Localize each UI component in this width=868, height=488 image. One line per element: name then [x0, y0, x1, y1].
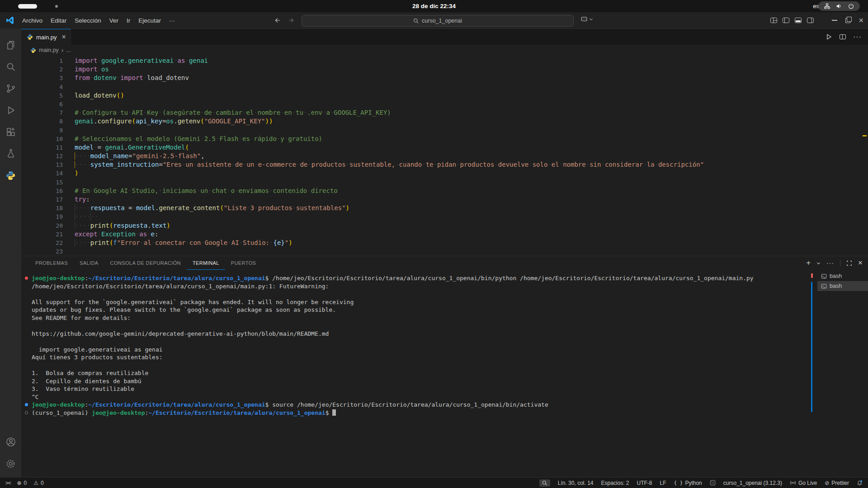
errors-count[interactable]: ⊗0 — [17, 480, 27, 486]
back-button[interactable] — [274, 17, 281, 23]
menu-bar: ArchivoEditarSelecciónVerIrEjecutar··· — [18, 16, 179, 25]
search-icon[interactable] — [0, 56, 21, 78]
toggle-primary-sidebar-button[interactable] — [783, 18, 789, 23]
warnings-count[interactable]: ⚠0 — [33, 480, 43, 486]
line-number: 12 — [21, 152, 63, 160]
line-number: 20 — [21, 221, 63, 230]
code-line: 11model·=·genai.GenerativeModel( — [21, 143, 868, 152]
panel-tab-terminal[interactable]: TERMINAL — [187, 256, 225, 270]
code-line: 16#·En·Google·AI·Studio,·iniciamos·un·ch… — [21, 187, 868, 195]
line-number: 17 — [21, 195, 63, 204]
menu-archivo[interactable]: Archivo — [18, 16, 47, 25]
split-editor-button[interactable] — [840, 34, 846, 39]
line-number: 4 — [21, 83, 63, 91]
line-number: 15 — [21, 178, 63, 187]
terminal-list-item-bash[interactable]: bash — [817, 271, 868, 281]
toggle-panel-button[interactable] — [795, 18, 802, 23]
maximize-panel-button[interactable] — [846, 260, 852, 266]
code-line: 8genai.configure(api_key=os.getenv("GOOG… — [21, 117, 868, 126]
panel-tab-consola-de-depuraci-n[interactable]: CONSOLA DE DEPURACIÓN — [104, 256, 187, 270]
minimize-button[interactable] — [832, 20, 837, 21]
remote-indicator[interactable]: >< — [5, 480, 10, 486]
panel-tab-problemas[interactable]: PROBLEMAS — [29, 256, 74, 270]
code-line: 20····print(respuesta.text) — [21, 221, 868, 230]
search-icon — [413, 18, 419, 24]
source-control-icon[interactable] — [0, 78, 21, 99]
copilot-icon — [580, 16, 588, 23]
run-python-file-button[interactable] — [826, 33, 832, 40]
command-decoration-err[interactable] — [25, 277, 28, 280]
command-center-label: curso_1_openai — [422, 18, 462, 24]
terminal-icon — [821, 273, 827, 279]
python-file-icon — [30, 47, 36, 53]
code-line: 18····respuesta·=·model.generate_content… — [21, 204, 868, 212]
explorer-icon[interactable] — [0, 34, 21, 56]
go-live[interactable]: Go Live — [790, 480, 817, 486]
menu-seleccin[interactable]: Selección — [71, 16, 105, 25]
new-terminal-button[interactable]: + — [806, 258, 811, 267]
terminal-output[interactable]: jeo@jeo-desktop:~/Escritorio/Escritorio/… — [21, 270, 817, 477]
tab-main-py[interactable]: main.py × — [21, 29, 71, 45]
code-line: 5load_dotenv() — [21, 91, 868, 100]
encoding-status[interactable]: UTF-8 — [637, 480, 652, 486]
close-panel-button[interactable]: × — [858, 260, 863, 266]
terminal-list-item-bash[interactable]: bash — [817, 281, 868, 291]
toggle-secondary-sidebar-button[interactable] — [807, 18, 814, 23]
line-number: 8 — [21, 117, 63, 126]
system-tray[interactable] — [818, 1, 860, 11]
customize-layout-button[interactable] — [770, 18, 777, 23]
copilot-menu[interactable] — [580, 16, 593, 23]
terminal-tabs-list: bashbash — [817, 270, 868, 477]
menu-[interactable]: ··· — [165, 16, 179, 25]
line-number: 2 — [21, 65, 63, 74]
code-editor[interactable]: 1import·google.generativeai·as·genai2imp… — [21, 56, 868, 256]
run-debug-icon[interactable] — [0, 99, 21, 121]
panel-tab-salida[interactable]: SALIDA — [74, 256, 104, 270]
code-line: 13····system_instruction="Eres·un·asiste… — [21, 160, 868, 169]
panel-header: PROBLEMASSALIDACONSOLA DE DEPURACIÓNTERM… — [21, 256, 868, 270]
line-number: 16 — [21, 187, 63, 195]
forward-button[interactable] — [288, 17, 295, 23]
panel-tab-puertos[interactable]: PUERTOS — [225, 256, 262, 270]
command-decoration-ring[interactable] — [25, 411, 28, 414]
terminal-line: 1. Bolsa de compras reutilizable — [32, 369, 817, 377]
panel-more-actions-button[interactable]: ··· — [826, 259, 834, 267]
menu-ver[interactable]: Ver — [105, 16, 123, 25]
python-interpreter[interactable]: curso_1_openai (3.12.3) — [723, 480, 782, 486]
line-number: 10 — [21, 135, 63, 143]
eol-status[interactable]: LF — [660, 480, 666, 486]
power-icon — [848, 3, 854, 9]
code-line: 23 — [21, 247, 868, 256]
terminal-line: See README for more details: — [32, 314, 817, 322]
notifications-bell[interactable] — [857, 480, 863, 486]
search-status[interactable] — [539, 479, 550, 487]
command-decoration-ok[interactable] — [25, 403, 28, 406]
language-mode[interactable]: { }Python — [674, 480, 702, 486]
close-window-button[interactable]: × — [859, 17, 863, 23]
line-number: 21 — [21, 230, 63, 239]
terminal-line: ^C — [32, 393, 817, 401]
restore-button[interactable] — [845, 18, 850, 23]
terminal-dropdown-icon[interactable] — [816, 262, 821, 265]
command-center-search[interactable]: curso_1_openai — [302, 15, 574, 27]
code-line: 15 — [21, 178, 868, 187]
indentation-status[interactable]: Espacios: 2 — [601, 480, 629, 486]
volume-icon — [836, 3, 842, 9]
breadcrumb-separator: › — [61, 47, 64, 54]
menu-ejecutar[interactable]: Ejecutar — [134, 16, 165, 25]
account-icon[interactable] — [0, 431, 21, 453]
extension-status[interactable] — [710, 480, 716, 486]
menu-editar[interactable]: Editar — [47, 16, 71, 25]
testing-icon[interactable] — [0, 143, 21, 164]
python-extension-icon[interactable] — [0, 164, 21, 186]
breadcrumb[interactable]: main.py › ... — [21, 45, 868, 56]
system-clock[interactable]: 28 de dic 22:34 — [0, 0, 868, 12]
editor-more-actions-button[interactable]: ··· — [853, 33, 862, 41]
prettier-status[interactable]: ⊘Prettier — [825, 480, 849, 486]
tab-close-button[interactable]: × — [62, 34, 66, 40]
extensions-icon[interactable] — [0, 121, 21, 143]
menu-ir[interactable]: Ir — [123, 16, 134, 25]
settings-gear-icon[interactable] — [0, 453, 21, 474]
terminal-icon — [821, 283, 827, 289]
cursor-position[interactable]: Lín. 30, col. 14 — [558, 480, 594, 486]
